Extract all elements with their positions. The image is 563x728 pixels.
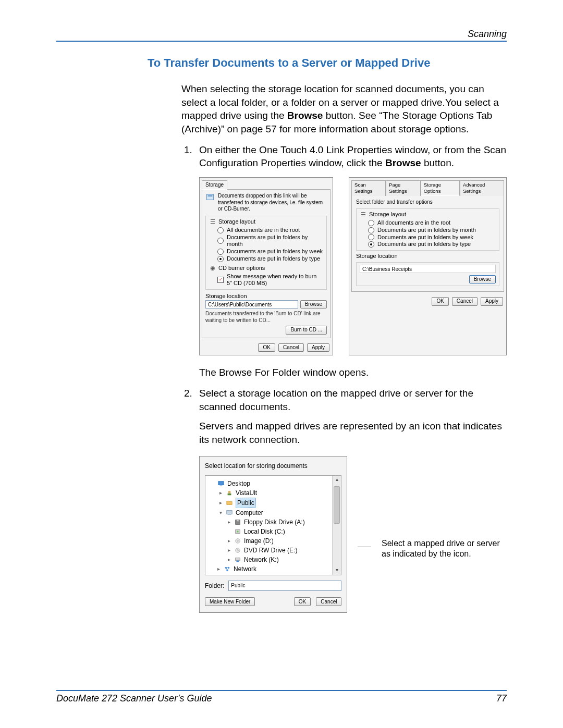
svg-rect-16 <box>236 558 240 560</box>
tree-item-label: Computer <box>236 508 263 517</box>
svg-rect-7 <box>228 514 231 514</box>
cd-icon: ◉ <box>209 265 216 272</box>
radio-month[interactable]: Documents are put in folders by month <box>209 234 323 249</box>
storage-location-label-2: Storage location <box>356 253 499 260</box>
radio-root[interactable]: All documents are in the root <box>209 227 323 234</box>
expand-icon[interactable] <box>218 509 223 516</box>
tab-storage-options[interactable]: Storage Options <box>421 180 460 196</box>
layout-icon-2: ☰ <box>360 211 367 218</box>
svg-rect-6 <box>227 510 232 514</box>
cancel-button-2[interactable]: Cancel <box>452 297 478 306</box>
apply-button-2[interactable]: Apply <box>481 297 503 306</box>
tree-item[interactable]: Computer <box>207 508 339 517</box>
tree-item[interactable]: Image (D:) <box>207 536 339 546</box>
storage-properties-dialog: Storage Documents dropped on this link w… <box>199 177 333 356</box>
tab-page-settings[interactable]: Page Settings <box>386 180 421 196</box>
intro-bold-browse: Browse <box>287 110 323 121</box>
tab-advanced-settings[interactable]: Advanced Settings <box>460 180 504 196</box>
step2-text-b: Servers and mapped drives are represente… <box>199 419 507 446</box>
expand-icon[interactable] <box>216 565 221 573</box>
scan-config-dialog: Scan Settings Page Settings Storage Opti… <box>349 177 507 356</box>
radio-month-label: Documents are put in folders by month <box>226 234 323 249</box>
folder-tree[interactable]: DesktopVistaUltPublicComputerFloppy Disk… <box>205 475 341 575</box>
browse-button[interactable]: Browse <box>300 300 327 309</box>
tree-item-label: DVD RW Drive (E:) <box>244 546 297 555</box>
tree-item[interactable]: Public <box>207 498 339 508</box>
radio2-root[interactable]: All documents are in the root <box>360 219 496 227</box>
svg-rect-3 <box>219 485 222 485</box>
expand-icon[interactable] <box>226 537 231 545</box>
folder-label: Folder: <box>205 582 224 590</box>
tree-item-label: Image (D:) <box>244 536 274 546</box>
tree-item[interactable]: Network <box>205 564 341 575</box>
apply-button[interactable]: Apply <box>307 343 329 352</box>
browse-button-2[interactable]: Browse <box>469 275 496 284</box>
intro-paragraph: When selecting the storage location for … <box>181 82 507 136</box>
footer-right: 77 <box>496 693 507 704</box>
tree-item[interactable]: DVD RW Drive (E:) <box>207 546 339 555</box>
svg-rect-17 <box>236 560 239 562</box>
expand-icon[interactable] <box>218 499 223 507</box>
radio-root-label: All documents are in the root <box>226 227 300 234</box>
folder-icon <box>225 499 234 507</box>
browse-for-folder-dialog: Select location for storing documents De… <box>199 456 347 613</box>
expand-icon[interactable] <box>226 518 231 526</box>
tab-storage[interactable]: Storage <box>202 180 227 190</box>
svg-rect-2 <box>218 481 224 485</box>
ok-button[interactable]: OK <box>258 343 275 352</box>
tree-item[interactable]: VistaUlt <box>207 488 339 498</box>
cd-options-title: CD burner options <box>218 265 265 272</box>
check-burn-msg[interactable]: ✓Show message when ready to burn 5" CD (… <box>209 273 323 288</box>
ok-button-2[interactable]: OK <box>432 297 448 306</box>
scrollbar[interactable]: ▴ ▾ <box>332 476 341 575</box>
desktop-icon <box>217 480 225 487</box>
floppy-icon <box>234 519 242 526</box>
radio2-month[interactable]: Documents are put in folders by month <box>360 227 496 234</box>
radio2-type[interactable]: Documents are put in folders by type <box>360 241 496 248</box>
storage-location-label: Storage location <box>205 293 327 300</box>
bf-ok-button[interactable]: OK <box>294 597 311 607</box>
storage-layout-title-2: Storage layout <box>369 211 406 218</box>
check-burn-msg-label: Show message when ready to burn 5" CD (7… <box>226 273 323 288</box>
radio-week[interactable]: Documents are put in folders by week <box>209 248 323 255</box>
step-1: On either the One Touch 4.0 Link Propert… <box>195 143 507 170</box>
radio2-week[interactable]: Documents are put in folders by week <box>360 234 496 241</box>
folder-field[interactable]: Public <box>228 581 341 591</box>
expand-icon[interactable] <box>218 489 223 497</box>
tab-scan-settings[interactable]: Scan Settings <box>351 180 386 196</box>
scroll-thumb[interactable] <box>334 486 340 524</box>
tree-item-label: Network (K:) <box>244 555 279 564</box>
expand-icon[interactable] <box>226 546 231 554</box>
scroll-up-icon[interactable]: ▴ <box>333 476 341 484</box>
storage-location-field[interactable]: C:\Users\Public\Documents <box>205 300 298 309</box>
tree-item[interactable]: Desktop <box>207 479 339 488</box>
bf-cancel-button[interactable]: Cancel <box>316 597 341 607</box>
burn-note: Documents transferred to the 'Burn to CD… <box>205 311 327 324</box>
user-icon <box>225 489 234 497</box>
disk-icon <box>234 528 242 535</box>
storage-location-field-2[interactable]: C:\Business Receipts <box>360 265 496 273</box>
expand-icon[interactable] <box>226 556 231 563</box>
tree-item-label: Network <box>234 564 256 574</box>
callout-text: Select a mapped drive or server as indic… <box>382 538 507 559</box>
svg-rect-5 <box>228 493 231 495</box>
section-title: To Transfer Documents to a Server or Map… <box>56 56 507 70</box>
tree-item-label: VistaUlt <box>236 488 257 498</box>
burn-to-cd-button[interactable]: Burn to CD ... <box>286 326 327 335</box>
svg-point-4 <box>228 490 230 493</box>
browse-opens-text: The Browse For Folder window opens. <box>199 366 507 379</box>
tree-item[interactable]: Floppy Disk Drive (A:) <box>207 517 339 527</box>
scroll-down-icon[interactable]: ▾ <box>333 566 341 575</box>
tree-item[interactable]: Local Disk (C:) <box>207 527 339 536</box>
make-new-folder-button[interactable]: Make New Folder <box>205 597 255 607</box>
header-rule <box>56 41 507 42</box>
tree-item[interactable]: Network (K:) <box>207 555 339 564</box>
radio-type[interactable]: Documents are put in folders by type <box>209 255 323 263</box>
radio2-root-label: All documents are in the root <box>376 219 450 227</box>
cancel-button[interactable]: Cancel <box>278 343 304 352</box>
netdrive-icon <box>234 556 242 563</box>
radio-week-label: Documents are put in folders by week <box>226 248 323 255</box>
radio2-type-label: Documents are put in folders by type <box>376 241 471 248</box>
tree-item-label: Floppy Disk Drive (A:) <box>244 517 305 527</box>
svg-rect-1 <box>208 196 213 197</box>
